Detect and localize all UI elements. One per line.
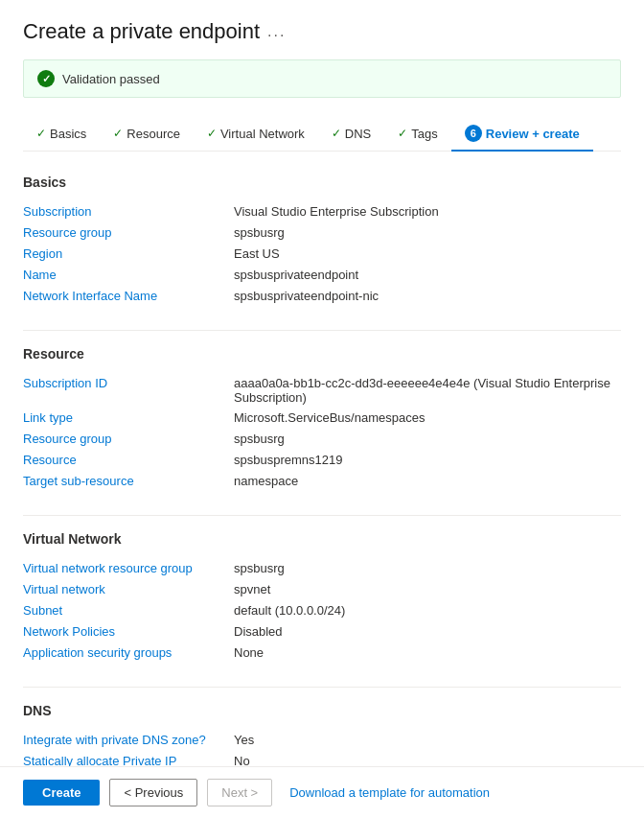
field-value-link-type: Microsoft.ServiceBus/namespaces <box>234 410 621 426</box>
field-value-subscription-id: aaaa0a0a-bb1b-cc2c-dd3d-eeeeee4e4e4e (Vi… <box>234 376 621 405</box>
field-region: Region East US <box>23 244 621 265</box>
field-value-integrate-dns: Yes <box>234 733 621 748</box>
field-subnet: Subnet default (10.0.0.0/24) <box>23 600 621 621</box>
field-value-resource-group-2: spsbusrg <box>234 432 621 447</box>
tab-review-create-number: 6 <box>465 125 482 142</box>
field-nic-name: Network Interface Name spsbusprivateendp… <box>23 286 621 307</box>
field-name: Name spsbusprivateendpoint <box>23 265 621 286</box>
tab-dns-check: ✓ <box>332 127 341 140</box>
tab-tags-label: Tags <box>411 127 437 141</box>
field-value-nic-name: spsbusprivateendpoint-nic <box>234 289 621 304</box>
resource-section: Resource Subscription ID aaaa0a0a-bb1b-c… <box>23 346 621 492</box>
field-value-region: East US <box>234 246 621 262</box>
field-value-target-sub-resource: namespace <box>234 474 621 489</box>
field-link-type: Link type Microsoft.ServiceBus/namespace… <box>23 408 621 429</box>
tab-virtual-network-check: ✓ <box>207 127 217 140</box>
tab-resource-check: ✓ <box>113 127 123 140</box>
validation-check-icon <box>37 70 55 87</box>
field-virtual-network: Virtual network spvnet <box>23 579 621 600</box>
field-value-network-policies: Disabled <box>234 624 621 640</box>
field-value-vnet-resource-group: spsbusrg <box>234 561 621 576</box>
validation-text: Validation passed <box>62 72 160 86</box>
create-button[interactable]: Create <box>23 780 100 806</box>
next-button[interactable]: Next > <box>207 779 272 806</box>
field-label-app-security-groups: Application security groups <box>23 645 234 661</box>
field-resource: Resource spsbuspremns1219 <box>23 450 621 471</box>
field-target-sub-resource: Target sub-resource namespace <box>23 471 621 492</box>
tab-virtual-network-label: Virtual Network <box>220 127 305 141</box>
field-resource-group-2: Resource group spsbusrg <box>23 429 621 450</box>
tab-review-create-label: Review + create <box>486 127 580 141</box>
virtual-network-section-title: Virtual Network <box>23 531 621 547</box>
tab-basics-check: ✓ <box>36 127 46 140</box>
field-label-subnet: Subnet <box>23 603 234 619</box>
virtual-network-section: Virtual Network Virtual network resource… <box>23 531 621 664</box>
validation-banner: Validation passed <box>23 59 621 98</box>
download-template-link[interactable]: Download a template for automation <box>289 785 490 800</box>
tab-dns[interactable]: ✓ DNS <box>318 119 384 151</box>
field-subscription-id: Subscription ID aaaa0a0a-bb1b-cc2c-dd3d-… <box>23 373 621 408</box>
basics-section-title: Basics <box>23 175 621 190</box>
divider-resource-vnet <box>23 515 621 516</box>
field-label-resource-group-2: Resource group <box>23 432 234 447</box>
tab-tags[interactable]: ✓ Tags <box>384 119 450 151</box>
field-label-subscription-id: Subscription ID <box>23 376 234 405</box>
page-title: Create a private endpoint ... <box>23 19 621 44</box>
tab-virtual-network[interactable]: ✓ Virtual Network <box>194 119 318 151</box>
field-value-resource: spsbuspremns1219 <box>234 453 621 468</box>
tab-basics[interactable]: ✓ Basics <box>23 119 100 151</box>
field-value-subnet: default (10.0.0.0/24) <box>234 603 621 619</box>
field-label-region: Region <box>23 246 234 262</box>
footer: Create < Previous Next > Download a temp… <box>0 766 644 818</box>
field-value-virtual-network: spvnet <box>234 582 621 597</box>
basics-section: Basics Subscription Visual Studio Enterp… <box>23 175 621 307</box>
previous-button[interactable]: < Previous <box>109 779 197 806</box>
divider-vnet-dns <box>23 687 621 688</box>
field-label-resource-group: Resource group <box>23 225 234 241</box>
page-title-ellipsis: ... <box>267 23 286 40</box>
tab-dns-label: DNS <box>345 127 371 141</box>
field-label-network-policies: Network Policies <box>23 624 234 640</box>
field-value-subscription: Visual Studio Enterprise Subscription <box>234 204 621 220</box>
field-label-target-sub-resource: Target sub-resource <box>23 474 234 489</box>
tab-basics-label: Basics <box>50 127 86 141</box>
divider-basics-resource <box>23 330 621 331</box>
field-app-security-groups: Application security groups None <box>23 643 621 664</box>
field-label-name: Name <box>23 268 234 283</box>
field-label-virtual-network: Virtual network <box>23 582 234 597</box>
dns-section-title: DNS <box>23 703 621 718</box>
field-resource-group: Resource group spsbusrg <box>23 222 621 244</box>
field-label-resource: Resource <box>23 453 234 468</box>
field-label-vnet-resource-group: Virtual network resource group <box>23 561 234 576</box>
tabs-nav: ✓ Basics ✓ Resource ✓ Virtual Network ✓ … <box>23 117 621 152</box>
field-label-link-type: Link type <box>23 410 234 426</box>
tab-resource-label: Resource <box>126 127 180 141</box>
resource-section-title: Resource <box>23 346 621 362</box>
field-value-name: spsbusprivateendpoint <box>234 268 621 283</box>
field-vnet-resource-group: Virtual network resource group spsbusrg <box>23 558 621 579</box>
tab-resource[interactable]: ✓ Resource <box>100 119 194 151</box>
field-subscription: Subscription Visual Studio Enterprise Su… <box>23 201 621 222</box>
field-label-integrate-dns: Integrate with private DNS zone? <box>23 733 234 748</box>
field-network-policies: Network Policies Disabled <box>23 621 621 643</box>
field-integrate-dns: Integrate with private DNS zone? Yes <box>23 730 621 751</box>
tab-tags-check: ✓ <box>398 127 407 140</box>
tab-review-create[interactable]: 6 Review + create <box>451 117 593 152</box>
field-value-resource-group: spsbusrg <box>234 225 621 241</box>
field-label-subscription: Subscription <box>23 204 234 220</box>
field-value-app-security-groups: None <box>234 645 621 661</box>
field-label-nic-name: Network Interface Name <box>23 289 234 304</box>
